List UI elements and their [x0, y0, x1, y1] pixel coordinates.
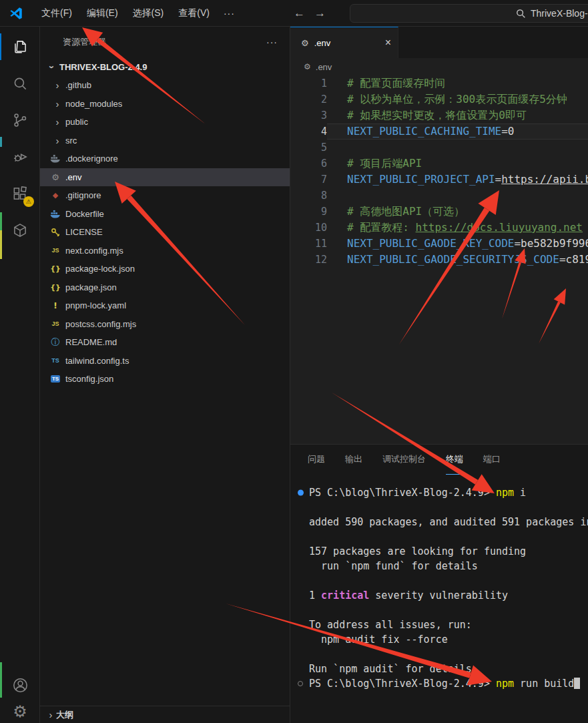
breadcrumb[interactable]: ⚙ .env [290, 58, 588, 75]
terminal-line [309, 647, 588, 662]
back-icon[interactable]: ← [294, 7, 305, 19]
chevron-right-icon: › [45, 709, 56, 720]
tree-item-.github[interactable]: ›.github [40, 76, 290, 95]
tree-item-pnpm-lock.yaml[interactable]: !pnpm-lock.yaml [40, 296, 290, 315]
sidebar-more-button[interactable]: ··· [266, 37, 278, 47]
panel-tab-输出[interactable]: 输出 [345, 445, 362, 475]
command-decoration-hollow[interactable] [298, 681, 303, 686]
extensions-warning-badge: ⚠ [23, 196, 34, 207]
close-icon[interactable]: × [385, 37, 391, 49]
code-token: # 配置教程: [347, 221, 416, 234]
code-token: NEXT_PUBLIC_PROJECT_API [347, 173, 495, 186]
file-name: LICENSE [65, 227, 103, 237]
file-name: .dockerignore [65, 154, 118, 164]
project-root-row[interactable]: › THRIVEX-BLOG-2.4.9 [40, 57, 290, 76]
forward-icon[interactable]: → [314, 7, 326, 19]
tree-item-next.config.mjs[interactable]: JSnext.config.mjs [40, 242, 290, 260]
env-file-icon: ⚙ [304, 62, 311, 71]
terminal-text: run `npm fund` for details [309, 560, 478, 572]
menu-more-button[interactable]: ··· [217, 5, 242, 21]
tab-label: .env [314, 38, 331, 48]
line-number: 9 [290, 204, 327, 220]
tree-item-tailwind.config.ts[interactable]: TStailwind.config.ts [40, 352, 290, 371]
command-decoration-filled[interactable] [298, 490, 304, 496]
tree-item-LICENSE[interactable]: LICENSE [40, 223, 290, 242]
chevron-right-icon: › [52, 79, 63, 91]
extensions-icon[interactable]: ⚠ [0, 177, 40, 210]
panel-tab-端口[interactable]: 端口 [483, 445, 501, 475]
outline-label: 大纲 [56, 709, 73, 721]
terminal-line [309, 573, 588, 588]
command-center-search[interactable]: ThriveX-Blog- [350, 4, 588, 23]
terminal-text: i [514, 487, 526, 499]
search-workspace-text: ThriveX-Blog- [531, 8, 588, 19]
code-token: # 以秒为单位，示例：300表示页面缓存5分钟 [347, 93, 567, 105]
terminal-text: PS C:\blog\ThriveX-Blog-2.4.9> [309, 487, 496, 499]
tree-item-.gitignore[interactable]: ◆.gitignore [40, 186, 290, 205]
tree-item-node_modules[interactable]: ›node_modules [40, 95, 290, 113]
code-line-9: 9# 高德地图API（可选） [290, 204, 588, 220]
tab-env[interactable]: ⚙ .env × [290, 27, 398, 58]
terminal-text: critical [321, 589, 369, 601]
ts-badge-file-icon: TS [49, 374, 61, 385]
vscode-window: 文件(F)编辑(E)选择(S)查看(V) ··· ← → ThriveX-Blo… [0, 0, 588, 723]
editor-group: ⚙ .env × ⚙ .env 1# 配置页面缓存时间2# 以秒为单位，示例：3… [290, 27, 588, 723]
code-line-2: 2# 以秒为单位，示例：300表示页面缓存5分钟 [290, 91, 588, 107]
chevron-right-icon: › [52, 135, 63, 146]
settings-gear-icon[interactable]: ⚙ [0, 700, 40, 723]
tree-item-tsconfig.json[interactable]: TStsconfig.json [40, 370, 290, 389]
code-editor[interactable]: 1# 配置页面缓存时间2# 以秒为单位，示例：300表示页面缓存5分钟3# 如果… [290, 75, 588, 444]
file-name: public [65, 117, 88, 127]
tree-item-postcss.config.mjs[interactable]: JSpostcss.config.mjs [40, 315, 290, 334]
tree-item-package-lock.json[interactable]: {}package-lock.json [40, 260, 290, 278]
code-line-7: 7NEXT_PUBLIC_PROJECT_API=https://apii.b [290, 172, 588, 188]
tree-item-public[interactable]: ›public [40, 113, 290, 132]
code-line-3: 3# 如果想实时更改，将值设置为0即可 [290, 107, 588, 124]
activity-bar: ⚠ ⚙ [0, 27, 40, 723]
terminal-line: Run `npm audit` for details. [309, 662, 588, 676]
line-number: 8 [290, 188, 327, 204]
code-token: # 项目后端API [347, 157, 422, 170]
tree-item-.env[interactable]: ⚙.env [40, 168, 290, 187]
code-token: =0 [501, 125, 514, 138]
sidebar-title: 资源管理器 [63, 36, 106, 48]
menu-item[interactable]: 文件(F) [34, 5, 79, 22]
terminal-text: npm [496, 678, 514, 690]
source-control-icon[interactable] [0, 103, 40, 137]
cube-extension-icon[interactable] [0, 214, 40, 247]
tree-item-package.json[interactable]: {}package.json [40, 278, 290, 297]
gear-file-icon: ⚙ [49, 172, 61, 182]
code-line-4: 4NEXT_PUBLIC_CACHING_TIME=0 [290, 124, 588, 140]
history-nav: ← → [294, 7, 326, 19]
panel-tab-调试控制台[interactable]: 调试控制台 [382, 445, 426, 475]
braces-file-icon: {} [49, 264, 61, 274]
terminal[interactable]: PS C:\blog\ThriveX-Blog-2.4.9> npm iadde… [290, 475, 588, 691]
tree-item-src[interactable]: ›src [40, 132, 290, 150]
terminal-line: added 590 packages, and audited 591 pack… [309, 515, 588, 529]
menu-item[interactable]: 选择(S) [125, 5, 172, 22]
file-name: next.config.mjs [65, 246, 123, 256]
tree-item-README.md[interactable]: ⓘREADME.md [40, 333, 290, 352]
terminal-text: 157 packages are looking for funding [309, 545, 526, 557]
terminal-text: added 590 packages, and audited 591 pack… [309, 516, 588, 528]
code-token: https://apii.b [501, 173, 588, 186]
code-line-5: 5 [290, 140, 588, 156]
panel-tab-问题[interactable]: 问题 [308, 445, 325, 475]
code-token: =be582b9f996 [514, 237, 588, 250]
code-line-8: 8 [290, 188, 588, 204]
run-debug-icon[interactable] [0, 140, 40, 174]
menu-item[interactable]: 查看(V) [171, 5, 217, 22]
tree-item-Dockerfile[interactable]: Dockerfile [40, 205, 290, 224]
search-view-icon[interactable] [0, 67, 40, 100]
panel-tab-终端[interactable]: 终端 [446, 445, 463, 475]
terminal-text: npm [496, 487, 514, 499]
outline-section[interactable]: › 大纲 [40, 706, 290, 723]
menu-item[interactable]: 编辑(E) [79, 5, 125, 22]
tree-item-.dockerignore[interactable]: .dockerignore [40, 150, 290, 168]
line-number: 2 [290, 91, 327, 107]
code-line-1: 1# 配置页面缓存时间 [290, 75, 588, 91]
code-token: NEXT_PUBLIC_GAODE_KEY_CODE [347, 237, 514, 250]
line-number: 4 [290, 124, 327, 140]
account-icon[interactable] [0, 670, 40, 700]
explorer-icon[interactable] [0, 30, 40, 63]
